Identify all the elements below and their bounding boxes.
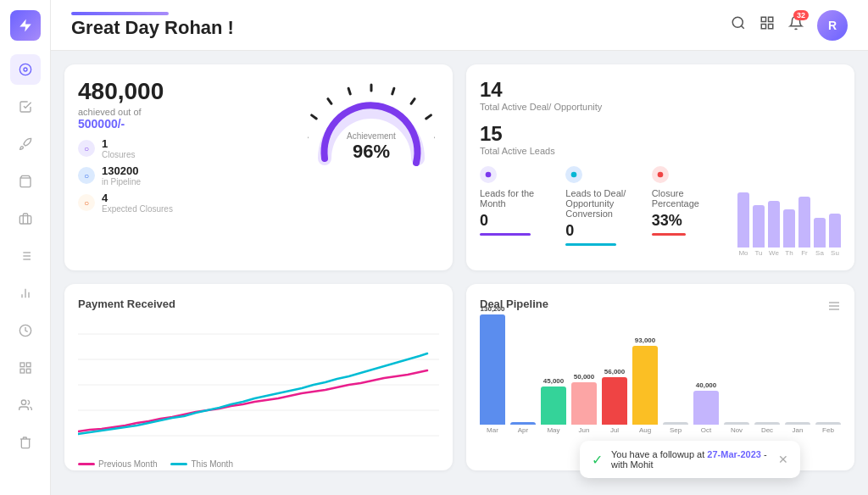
sidebar-item-grid[interactable] xyxy=(10,353,41,383)
weekly-bar-fr xyxy=(798,197,810,248)
deal-bar-fill xyxy=(510,422,536,425)
toast-check-icon: ✓ xyxy=(592,452,603,468)
leads-month-icon xyxy=(480,166,497,183)
svg-line-29 xyxy=(348,88,350,94)
closures-icon: ○ xyxy=(78,140,95,157)
closures-value: 1 xyxy=(102,137,135,150)
notification-count: 32 xyxy=(793,10,809,20)
apps-button[interactable] xyxy=(760,15,775,35)
deal-bar-jan: Jan xyxy=(785,420,810,434)
deal-bar-dec: Dec xyxy=(754,420,780,434)
gauge: Achievement 96% xyxy=(308,78,435,171)
weekly-bar-label-th: Th xyxy=(783,249,795,257)
svg-point-36 xyxy=(486,172,492,178)
deal-bar-aug: 93,000Aug xyxy=(632,336,658,434)
deal-bar-fill xyxy=(724,422,749,425)
sidebar-item-briefcase[interactable] xyxy=(10,203,41,234)
svg-point-37 xyxy=(571,172,577,178)
notifications-button[interactable]: 32 xyxy=(788,15,804,35)
deal-bar-fill xyxy=(754,422,780,425)
deal-bar-value-label: 40,000 xyxy=(696,381,716,389)
active-leads-stat: 15 Total Active Leads xyxy=(480,122,724,156)
deal-menu-button[interactable] xyxy=(827,299,841,316)
deal-bar-fill xyxy=(602,377,627,425)
main-content: Great Day Rohan ! 32 R 480,000 achieved … xyxy=(51,0,868,495)
gauge-percent-value: 96% xyxy=(347,141,396,163)
achievement-card: 480,000 achieved out of 500000/- ○ 1 Clo… xyxy=(64,64,453,270)
weekly-bar-label-tu: Tu xyxy=(753,249,765,257)
weekly-bar-th xyxy=(783,209,795,248)
payment-title: Payment Received xyxy=(78,298,439,310)
deal-bar-may: 45,000May xyxy=(541,377,566,434)
leads-card: 14 Total Active Deal/ Opportunity 15 Tot… xyxy=(466,64,854,270)
deal-bar-month-label: Jun xyxy=(579,426,590,434)
closures-metric: ○ 1 Closures xyxy=(78,137,290,159)
deal-bar-value-label: 45,000 xyxy=(543,377,564,385)
deal-bar-value-label: 93,000 xyxy=(635,336,655,344)
sidebar-logo[interactable] xyxy=(10,10,41,41)
followup-toast: ✓ You have a followup at 27-Mar-2023 - w… xyxy=(580,441,800,478)
svg-point-19 xyxy=(732,17,743,27)
closure-pct-label: Closure Percentage xyxy=(652,188,724,209)
svg-rect-23 xyxy=(761,25,765,29)
weekly-bar-we xyxy=(768,201,780,248)
svg-rect-21 xyxy=(761,17,765,21)
sidebar-item-tasks[interactable] xyxy=(10,92,41,122)
toast-date: 27-Mar-2023 xyxy=(707,449,761,459)
legend-curr-line xyxy=(170,463,187,465)
svg-rect-3 xyxy=(19,216,31,224)
deal-bar-mar: 130,200Mar xyxy=(480,305,505,434)
line-chart-svg xyxy=(78,317,439,453)
user-avatar[interactable]: R xyxy=(817,10,848,41)
pipeline-label: in Pipeline xyxy=(102,177,141,186)
closures-label: Closures xyxy=(102,150,135,159)
deal-bar-fill xyxy=(815,422,841,425)
weekly-bar-tu xyxy=(753,205,765,248)
metrics-list: ○ 1 Closures ○ 130200 in Pipeline xyxy=(78,137,290,214)
deal-bar-value-label: 56,000 xyxy=(604,368,625,375)
toast-close-button[interactable]: ✕ xyxy=(778,453,788,466)
chart-legend: Previous Month This Month xyxy=(78,459,439,469)
sidebar-item-products[interactable] xyxy=(10,166,41,197)
sidebar-item-rocket[interactable] xyxy=(10,129,41,159)
svg-point-38 xyxy=(657,172,663,178)
legend-prev: Previous Month xyxy=(78,459,157,469)
deal-bar-fill xyxy=(785,422,810,425)
deal-bar-fill xyxy=(663,422,688,425)
weekly-bar-label-fr: Fr xyxy=(798,249,810,257)
achievement-top: 480,000 achieved out of 500000/- ○ 1 Clo… xyxy=(78,78,439,214)
svg-line-27 xyxy=(312,115,317,119)
search-button[interactable] xyxy=(731,15,746,35)
legend-curr-label: This Month xyxy=(191,459,232,469)
closure-pct-bar xyxy=(652,233,686,236)
deal-bar-month-label: Nov xyxy=(731,426,743,434)
legend-curr: This Month xyxy=(170,459,232,469)
sidebar-item-trash[interactable] xyxy=(10,427,41,458)
achievement-label: achieved out of xyxy=(78,107,290,117)
deal-bar-fill xyxy=(632,346,658,425)
closure-pct-value: 33% xyxy=(652,212,724,230)
closures-detail: 1 Closures xyxy=(102,137,135,159)
sidebar-item-dashboard[interactable] xyxy=(10,54,41,85)
pipeline-detail: 130200 in Pipeline xyxy=(102,164,141,186)
page-title: Great Day Rohan ! xyxy=(71,17,234,39)
sidebar-item-users[interactable] xyxy=(10,390,41,420)
sidebar-item-list[interactable] xyxy=(10,241,41,271)
leads-conversion-icon xyxy=(565,166,582,183)
svg-rect-15 xyxy=(26,363,31,367)
toast-text: You have a followup at xyxy=(611,449,704,459)
pipeline-icon: ○ xyxy=(78,167,95,184)
payment-card: Payment Received Previous Month xyxy=(64,284,453,470)
deal-bar-nov: Nov xyxy=(724,420,749,434)
sidebar-item-chart[interactable] xyxy=(10,278,41,309)
active-deals-label: Total Active Deal/ Opportunity xyxy=(480,102,724,112)
header-actions: 32 R xyxy=(731,10,848,41)
sidebar-item-clock[interactable] xyxy=(10,315,41,346)
achievement-target: 500000/- xyxy=(78,117,290,131)
weekly-labels: MoTuWeThFrSaSu xyxy=(737,249,841,257)
deal-bar-month-label: Apr xyxy=(518,426,528,434)
deal-bar-month-label: Aug xyxy=(639,426,651,434)
active-deals-stat: 14 Total Active Deal/ Opportunity xyxy=(480,78,724,112)
svg-rect-17 xyxy=(26,369,31,373)
deal-bar-month-label: Dec xyxy=(761,426,773,434)
